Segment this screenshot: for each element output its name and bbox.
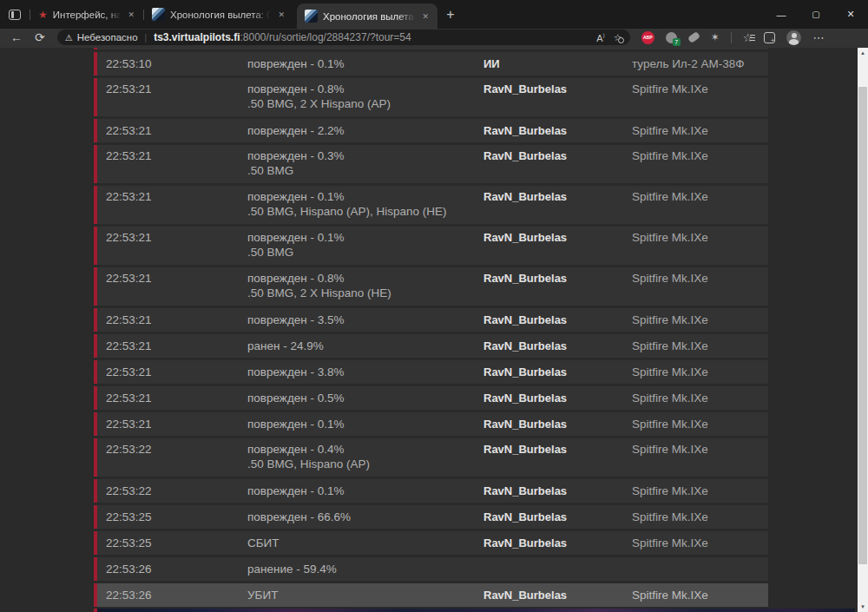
sparkle-extension-icon[interactable]: ✶ bbox=[711, 31, 720, 43]
log-aircraft-link[interactable]: Spitfire Mk.IXe bbox=[632, 271, 768, 306]
log-row[interactable]: 22:53:21поврежден - 0.5%RavN_BurbelasSpi… bbox=[94, 386, 768, 410]
log-event: ранение - 59.4% bbox=[247, 562, 483, 576]
log-attacker-link[interactable]: RavN_Burbelas bbox=[483, 391, 632, 410]
log-event: поврежден - 0.4% bbox=[247, 442, 483, 457]
log-event-cell: поврежден - 66.6% bbox=[247, 510, 483, 529]
log-attacker-link[interactable]: RavN_Burbelas bbox=[483, 230, 632, 265]
log-row[interactable]: 22:53:25СБИТRavN_BurbelasSpitfire Mk.IXe bbox=[94, 531, 768, 555]
log-event-cell: поврежден - 0.3%.50 BMG bbox=[247, 148, 483, 183]
favorites-bar-icon[interactable]: ☆ bbox=[743, 31, 753, 44]
log-attacker-link[interactable] bbox=[483, 562, 632, 581]
log-row[interactable]: 22:53:21поврежден - 0.8%.50 BMG, 2 X His… bbox=[94, 267, 768, 306]
log-aircraft-link[interactable]: Spitfire Mk.IXe bbox=[632, 510, 768, 529]
close-tab-icon[interactable]: ✕ bbox=[274, 8, 288, 22]
log-aircraft-link[interactable]: турель Ил-2 АМ-38Ф bbox=[632, 56, 768, 76]
log-row[interactable]: 22:53:21поврежден - 0.3%.50 BMGRavN_Burb… bbox=[94, 145, 768, 183]
tab-sortie-log-2-active[interactable]: Хронология вылета: 09.08.2022 ✕ bbox=[297, 3, 437, 29]
log-row[interactable]: 22:53:21поврежден - 0.1%.50 BMG, Hispano… bbox=[94, 186, 768, 224]
new-tab-button[interactable]: + bbox=[437, 0, 464, 29]
minimize-button[interactable]: — bbox=[764, 0, 799, 29]
log-event: поврежден - 0.1% bbox=[247, 484, 483, 498]
red-star-favicon: ★ bbox=[38, 9, 48, 21]
log-attacker-link[interactable]: RavN_Burbelas bbox=[483, 148, 632, 183]
log-row[interactable]: 22:53:21поврежден - 3.5%RavN_BurbelasSpi… bbox=[94, 308, 768, 332]
log-attacker-link[interactable]: RavN_Burbelas bbox=[483, 123, 632, 142]
extension-icon-badge[interactable]: 7 bbox=[666, 32, 677, 43]
log-aircraft-link[interactable]: Spitfire Mk.IXe bbox=[632, 391, 768, 410]
log-row[interactable]: 22:53:22поврежден - 0.4%.50 BMG, Hispano… bbox=[94, 438, 768, 477]
log-aircraft-link[interactable]: Spitfire Mk.IXe bbox=[632, 148, 768, 183]
log-aircraft-link[interactable]: Spitfire Mk.IXe bbox=[632, 442, 768, 477]
log-attacker-link[interactable]: RavN_Burbelas bbox=[483, 82, 632, 116]
log-attacker-link[interactable]: RavN_Burbelas bbox=[483, 365, 632, 384]
more-menu-icon[interactable]: ⋯ bbox=[812, 31, 825, 44]
address-bar[interactable]: ⚠ Небезопасно | ts3.virtualpilots.fi:800… bbox=[57, 30, 630, 45]
log-aircraft-link[interactable]: Spitfire Mk.IXe bbox=[632, 417, 768, 436]
log-event-cell: поврежден - 2.2% bbox=[247, 123, 483, 142]
log-aircraft-link[interactable]: Spitfire Mk.IXe bbox=[632, 82, 768, 116]
log-aircraft-link[interactable]: Spitfire Mk.IXe bbox=[632, 588, 768, 607]
log-weapons: .50 BMG, Hispano (AP) bbox=[247, 457, 483, 471]
log-event: поврежден - 3.5% bbox=[247, 313, 483, 327]
read-aloud-icon[interactable]: A⟩ bbox=[596, 32, 605, 43]
log-attacker-link[interactable]: RavN_Burbelas bbox=[483, 189, 632, 224]
close-tab-icon[interactable]: ✕ bbox=[418, 10, 432, 23]
log-attacker-link[interactable]: RavN_Burbelas bbox=[483, 588, 632, 607]
log-row[interactable]: 22:53:26ранение - 59.4% bbox=[94, 557, 768, 581]
log-attacker-link[interactable]: RavN_Burbelas bbox=[483, 313, 632, 332]
maximize-button[interactable]: ▢ bbox=[799, 0, 833, 29]
scroll-up-icon[interactable]: ▲ bbox=[858, 48, 868, 58]
log-aircraft-link[interactable]: Spitfire Mk.IXe bbox=[632, 365, 768, 384]
scrollbar-thumb[interactable] bbox=[858, 87, 867, 564]
log-row[interactable]: 22:53:26УБИТRavN_BurbelasSpitfire Mk.IXe bbox=[94, 583, 768, 607]
close-window-button[interactable]: ✕ bbox=[833, 0, 868, 29]
log-row[interactable]: 22:53:21поврежден - 0.8%.50 BMG, 2 X His… bbox=[94, 78, 768, 116]
close-tab-icon[interactable]: ✕ bbox=[124, 8, 138, 22]
log-event: поврежден - 0.5% bbox=[247, 391, 483, 405]
back-icon[interactable]: ← bbox=[10, 31, 23, 43]
log-attacker-link[interactable]: RavN_Burbelas bbox=[483, 442, 632, 477]
log-aircraft-link[interactable]: Spitfire Mk.IXe bbox=[632, 189, 768, 224]
log-attacker-link[interactable]: RavN_Burbelas bbox=[483, 536, 632, 555]
log-aircraft-link[interactable]: Spitfire Mk.IXe bbox=[632, 230, 768, 265]
log-attacker-link[interactable]: RavN_Burbelas bbox=[483, 417, 632, 436]
scroll-down-icon[interactable]: ▼ bbox=[858, 602, 868, 612]
adblock-extension-icon[interactable]: ABP bbox=[641, 31, 654, 44]
log-row[interactable]: 22:53:21поврежден - 0.1%RavN_BurbelasSpi… bbox=[94, 412, 768, 436]
profile-avatar[interactable] bbox=[786, 30, 801, 45]
extension-icon-gray[interactable] bbox=[688, 34, 700, 41]
log-row[interactable]: 22:53:21ранен - 24.9%RavN_BurbelasSpitfi… bbox=[94, 334, 768, 358]
log-attacker-link[interactable]: RavN_Burbelas bbox=[483, 271, 632, 306]
tab-interface-settings[interactable]: ★ Интерфейс, настройки управле ✕ bbox=[30, 0, 143, 29]
log-row[interactable]: 22:53:21поврежден - 0.1%.50 BMGRavN_Burb… bbox=[94, 227, 768, 265]
log-time: 22:53:21 bbox=[106, 313, 247, 332]
url-text[interactable]: ts3.virtualpilots.fi:8000/ru/sortie/log/… bbox=[154, 31, 588, 43]
favorite-star-icon[interactable]: ☆ bbox=[614, 32, 622, 43]
log-row[interactable]: 22:53:22поврежден - 0.1%RavN_BurbelasSpi… bbox=[94, 479, 768, 503]
vertical-scrollbar[interactable]: ▲ ▼ bbox=[858, 48, 868, 612]
log-attacker-link[interactable]: RavN_Burbelas bbox=[483, 484, 632, 503]
refresh-icon[interactable]: ⟳ bbox=[35, 31, 45, 43]
log-aircraft-link[interactable]: Spitfire Mk.IXe bbox=[632, 536, 768, 555]
security-label[interactable]: Небезопасно bbox=[77, 32, 138, 43]
tab-title: Хронология вылета: 09.08.2022 bbox=[170, 10, 271, 20]
log-aircraft-link[interactable]: Spitfire Mk.IXe bbox=[632, 484, 768, 503]
log-attacker-link[interactable]: RavN_Burbelas bbox=[483, 339, 632, 358]
log-row[interactable]: 22:53:10поврежден - 0.1%ИИтурель Ил-2 АМ… bbox=[94, 52, 768, 76]
log-row[interactable]: 22:53:25поврежден - 66.6%RavN_BurbelasSp… bbox=[94, 505, 768, 529]
collections-icon[interactable] bbox=[764, 32, 775, 43]
log-aircraft-link[interactable]: Spitfire Mk.IXe bbox=[632, 123, 768, 142]
log-row[interactable]: 22:53:21поврежден - 3.8%RavN_BurbelasSpi… bbox=[94, 360, 768, 384]
log-attacker-link[interactable]: RavN_Burbelas bbox=[483, 510, 632, 529]
url-path: :8000/ru/sortie/log/2884237/?tour=54 bbox=[240, 31, 411, 43]
tab-title: Хронология вылета: 09.08.2022 bbox=[323, 11, 415, 22]
log-time: 22:53:21 bbox=[106, 271, 247, 306]
log-event: поврежден - 0.8% bbox=[247, 271, 483, 286]
log-aircraft-link[interactable]: Spitfire Mk.IXe bbox=[632, 339, 768, 358]
log-aircraft-link[interactable] bbox=[632, 562, 768, 581]
log-attacker-link[interactable]: ИИ bbox=[483, 56, 632, 76]
tab-sortie-log-1[interactable]: Хронология вылета: 09.08.2022 ✕ bbox=[144, 0, 293, 29]
log-row[interactable]: 22:53:21поврежден - 2.2%RavN_BurbelasSpi… bbox=[94, 119, 768, 142]
log-aircraft-link[interactable]: Spitfire Mk.IXe bbox=[632, 313, 768, 332]
tab-actions-button[interactable] bbox=[0, 0, 30, 29]
